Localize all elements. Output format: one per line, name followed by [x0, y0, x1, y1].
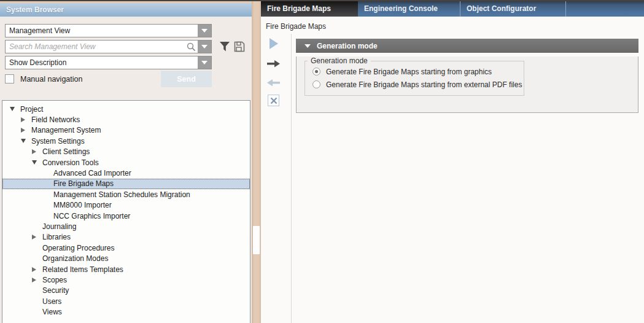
- tab-bar: Fire Brigade MapsEngineering ConsoleObje…: [261, 0, 644, 17]
- system-browser-panel: System Browser Management View S: [0, 1, 252, 323]
- radio-option-generate-fire-brigade-maps-starting-from-external-pdf-files[interactable]: Generate Fire Brigade Maps starting from…: [305, 78, 524, 91]
- filter-icon[interactable]: [219, 41, 231, 55]
- tree-item-label: NCC Graphics Importer: [53, 212, 130, 220]
- description-selector[interactable]: Show Description: [5, 56, 212, 69]
- tree-item-label: Security: [42, 286, 69, 295]
- generation-mode-section-body: Generation mode Generate Fire Brigade Ma…: [296, 56, 638, 113]
- tree-item-operating-procedures[interactable]: Operating Procedures: [2, 243, 250, 253]
- view-selector-dropdown-button[interactable]: [198, 25, 211, 37]
- tree-item-security[interactable]: Security: [2, 286, 250, 296]
- collapse-triangle-icon: [305, 44, 311, 48]
- tree-item-management-system[interactable]: Management System: [2, 125, 250, 136]
- work-area-panel: Fire Brigade MapsEngineering ConsoleObje…: [261, 0, 644, 323]
- triangle-glyph: [10, 107, 15, 111]
- view-selector[interactable]: Management View: [5, 24, 212, 37]
- generation-mode-section-header[interactable]: Generation mode: [296, 39, 638, 53]
- panel-title: System Browser: [0, 3, 252, 17]
- radio-button[interactable]: [312, 80, 320, 88]
- radio-label: Generate Fire Brigade Maps starting from…: [326, 68, 492, 76]
- tree-collapsed-icon[interactable]: [32, 235, 42, 239]
- tree-collapsed-icon[interactable]: [32, 278, 42, 282]
- tree-item-conversion-tools[interactable]: Conversion Tools: [2, 157, 250, 168]
- tree-item-fire-brigade-maps[interactable]: Fire Brigade Maps: [2, 179, 250, 189]
- tree-item-label: Management Station Schedules Migration: [53, 190, 190, 199]
- triangle-glyph: [32, 267, 36, 272]
- toolbar-separator: [291, 34, 292, 323]
- tree-item-label: Project: [20, 105, 43, 114]
- tree-item-field-networks[interactable]: Field Networks: [2, 114, 250, 125]
- tree-item-ncc-graphics-importer[interactable]: NCC Graphics Importer: [2, 211, 250, 221]
- tree-collapsed-icon[interactable]: [32, 149, 42, 154]
- tree-item-scopes[interactable]: Scopes: [2, 274, 250, 285]
- tab-label: Object Configurator: [467, 4, 536, 13]
- tree-item-label: System Settings: [31, 137, 85, 146]
- tree-item-label: Users: [42, 297, 61, 306]
- manual-navigation-label: Manual navigation: [20, 75, 82, 84]
- triangle-glyph: [32, 235, 36, 239]
- tree-expanded-icon[interactable]: [10, 107, 20, 111]
- tree-expanded-icon[interactable]: [21, 139, 31, 143]
- manual-navigation-checkbox[interactable]: [5, 74, 14, 84]
- tree-item-views[interactable]: Views: [2, 306, 250, 317]
- play-icon[interactable]: [270, 38, 278, 49]
- tab-fire-brigade-maps[interactable]: Fire Brigade Maps: [261, 0, 358, 17]
- radio-button[interactable]: [312, 68, 320, 76]
- generation-mode-group-label: Generation mode: [308, 56, 371, 65]
- triangle-glyph: [21, 117, 25, 122]
- search-icon-glyph: [187, 42, 196, 52]
- generation-mode-options: Generate Fire Brigade Maps starting from…: [305, 65, 524, 91]
- send-button[interactable]: Send: [161, 71, 212, 87]
- tree-expanded-icon[interactable]: [32, 160, 42, 165]
- arrow-left-icon[interactable]: [266, 79, 281, 90]
- tree-item-journaling[interactable]: Journaling: [2, 221, 250, 232]
- search-box: [5, 40, 212, 53]
- panel-splitter[interactable]: [252, 0, 261, 323]
- tree-item-label: Field Networks: [31, 115, 80, 124]
- splitter-thumb[interactable]: [253, 226, 260, 254]
- search-input[interactable]: [6, 41, 184, 53]
- tree-item-label: Journaling: [42, 222, 76, 231]
- generation-mode-group: Generation mode Generate Fire Brigade Ma…: [305, 56, 524, 96]
- tree-item-users[interactable]: Users: [2, 296, 250, 306]
- tree-item-label: MM8000 Importer: [53, 201, 112, 209]
- tree-item-label: Related Items Templates: [42, 265, 123, 274]
- radio-option-generate-fire-brigade-maps-starting-from-graphics[interactable]: Generate Fire Brigade Maps starting from…: [305, 65, 524, 78]
- tree-item-label: Conversion Tools: [42, 158, 99, 167]
- tree-item-related-items-templates[interactable]: Related Items Templates: [2, 264, 250, 274]
- tree-item-project[interactable]: Project: [2, 104, 250, 114]
- save-icon[interactable]: [233, 41, 246, 55]
- tree-item-label: Scopes: [42, 276, 67, 284]
- search-icon[interactable]: [184, 41, 198, 53]
- tree-item-system-settings[interactable]: System Settings: [2, 136, 250, 146]
- system-tree: ProjectField NetworksManagement SystemSy…: [2, 100, 250, 323]
- chevron-down-icon: [201, 61, 208, 64]
- tree-item-management-station-schedules-migration[interactable]: Management Station Schedules Migration: [2, 189, 250, 200]
- tab-label: Engineering Console: [364, 4, 438, 13]
- description-selector-dropdown-button[interactable]: [198, 56, 211, 69]
- tree-item-label: Views: [42, 308, 62, 316]
- tree-item-mm8000-importer[interactable]: MM8000 Importer: [2, 200, 250, 211]
- tree-item-label: Libraries: [42, 233, 71, 241]
- tree-item-label: Organization Modes: [42, 254, 108, 263]
- tree-item-client-settings[interactable]: Client Settings: [2, 147, 250, 157]
- tree-item-label: Management System: [31, 126, 101, 134]
- tree-item-label: Operating Procedures: [42, 244, 114, 252]
- cancel-icon[interactable]: [268, 95, 279, 106]
- tree-item-libraries[interactable]: Libraries: [2, 232, 250, 243]
- tree-item-advanced-cad-importer[interactable]: Advanced Cad Importer: [2, 168, 250, 178]
- section-header-label: Generation mode: [317, 42, 378, 50]
- tree-item-label: Fire Brigade Maps: [53, 179, 114, 188]
- tab-engineering-console[interactable]: Engineering Console: [358, 0, 460, 17]
- tree-collapsed-icon[interactable]: [21, 117, 31, 122]
- arrow-right-icon[interactable]: [266, 60, 281, 71]
- tab-label: Fire Brigade Maps: [267, 4, 331, 13]
- view-selector-value: Management View: [6, 25, 198, 37]
- tree-collapsed-icon[interactable]: [21, 128, 31, 133]
- generation-mode-section: Generation mode Generation mode Generate…: [296, 39, 638, 113]
- tree-item-organization-modes[interactable]: Organization Modes: [2, 253, 250, 263]
- tree-collapsed-icon[interactable]: [32, 267, 42, 272]
- triangle-glyph: [21, 128, 25, 133]
- tab-object-configurator[interactable]: Object Configurator: [460, 0, 566, 17]
- search-dropdown-button[interactable]: [198, 41, 211, 53]
- description-selector-value: Show Description: [6, 56, 198, 69]
